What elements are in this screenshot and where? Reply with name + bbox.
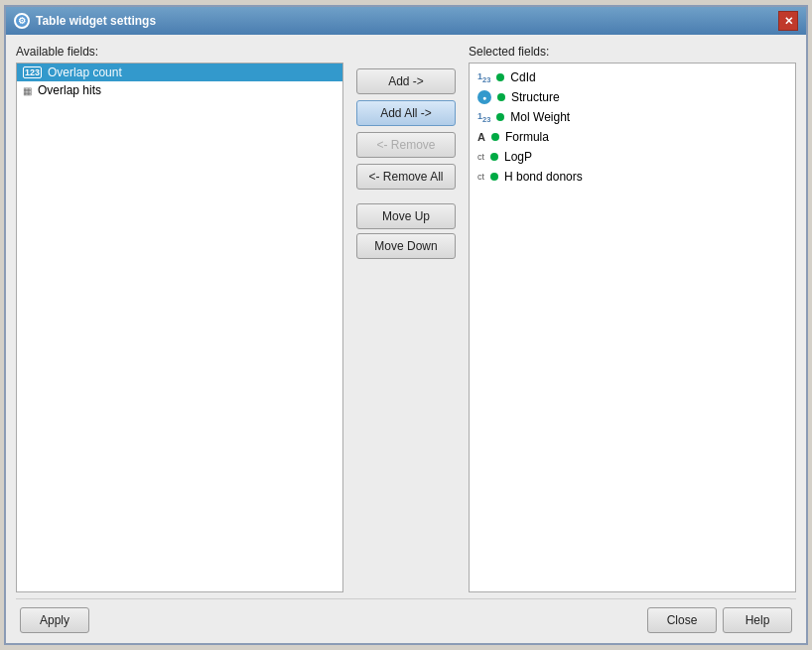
- apply-button[interactable]: Apply: [20, 607, 89, 633]
- green-dot-icon: [490, 153, 498, 161]
- close-button[interactable]: Close: [647, 607, 717, 633]
- selected-item[interactable]: A Formula: [470, 127, 795, 147]
- green-dot-icon: [491, 133, 499, 141]
- title-bar: ⚙ Table widget settings ✕: [6, 7, 806, 35]
- item-label: CdId: [510, 70, 535, 84]
- close-title-button[interactable]: ✕: [778, 11, 798, 31]
- main-content: Available fields: 123 Overlap count ▦ Ov…: [16, 45, 796, 592]
- icon-ct: ct: [477, 152, 484, 162]
- green-dot-icon: [496, 113, 504, 121]
- item-label: Formula: [505, 130, 549, 144]
- item-label: LogP: [504, 150, 532, 164]
- dialog-title: Table widget settings: [36, 14, 156, 28]
- remove-all-button[interactable]: <- Remove All: [356, 164, 456, 190]
- add-all-button[interactable]: Add All ->: [356, 100, 456, 126]
- green-dot-icon: [496, 73, 504, 81]
- dialog-body: Available fields: 123 Overlap count ▦ Ov…: [6, 35, 806, 643]
- bottom-bar: Apply Close Help: [16, 598, 796, 633]
- move-down-button[interactable]: Move Down: [356, 233, 456, 259]
- middle-panel: Add -> Add All -> <- Remove <- Remove Al…: [351, 45, 461, 592]
- available-fields-label: Available fields:: [16, 45, 343, 59]
- icon-ct: ct: [477, 172, 484, 182]
- item-label: Overlap count: [48, 65, 122, 79]
- icon-123: 123: [477, 111, 490, 124]
- selected-fields-panel: Selected fields: 123 CdId ● Structure: [469, 45, 796, 592]
- selected-item[interactable]: ● Structure: [470, 87, 795, 107]
- help-button[interactable]: Help: [723, 607, 792, 633]
- icon-A: A: [477, 131, 485, 143]
- selected-item[interactable]: ct LogP: [470, 147, 795, 167]
- move-up-button[interactable]: Move Up: [356, 203, 456, 229]
- selected-fields-listbox[interactable]: 123 CdId ● Structure 123 Mol Weight: [469, 63, 796, 592]
- selected-fields-label: Selected fields:: [469, 45, 796, 59]
- icon-123: 123: [477, 71, 490, 84]
- item-label: Mol Weight: [510, 110, 570, 124]
- icon-123: 123: [23, 66, 42, 78]
- item-label: Structure: [511, 90, 560, 104]
- list-item[interactable]: 123 Overlap count: [17, 64, 342, 81]
- list-item[interactable]: ▦ Overlap hits: [17, 81, 342, 99]
- selected-item[interactable]: 123 CdId: [470, 67, 795, 87]
- add-button[interactable]: Add ->: [356, 68, 456, 94]
- selected-item[interactable]: ct H bond donors: [470, 167, 795, 187]
- dialog-window: ⚙ Table widget settings ✕ Available fiel…: [4, 5, 808, 645]
- green-dot-icon: [490, 173, 498, 181]
- green-dot-icon: [497, 93, 505, 101]
- item-label: Overlap hits: [38, 83, 101, 97]
- move-buttons: Move Up Move Down: [356, 203, 456, 259]
- dialog-icon: ⚙: [14, 13, 30, 29]
- icon-circle: ●: [477, 90, 491, 104]
- item-label: H bond donors: [504, 170, 583, 184]
- selected-item[interactable]: 123 Mol Weight: [470, 107, 795, 127]
- icon-grid: ▦: [23, 85, 32, 96]
- remove-button[interactable]: <- Remove: [356, 132, 456, 158]
- available-fields-panel: Available fields: 123 Overlap count ▦ Ov…: [16, 45, 343, 592]
- bottom-right: Close Help: [647, 607, 792, 633]
- title-bar-left: ⚙ Table widget settings: [14, 13, 156, 29]
- bottom-left: Apply: [20, 607, 89, 633]
- available-fields-listbox[interactable]: 123 Overlap count ▦ Overlap hits: [16, 63, 343, 592]
